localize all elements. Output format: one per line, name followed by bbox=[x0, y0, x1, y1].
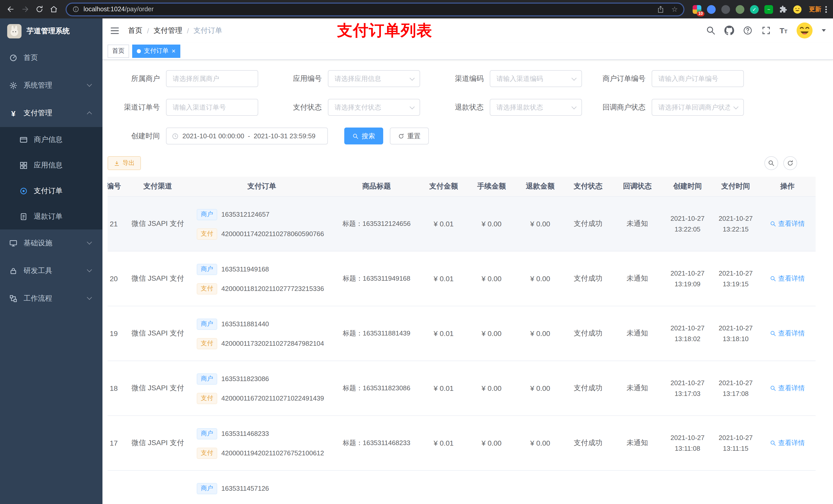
cell-create-time: 2021-10-27 13:11:08 bbox=[663, 415, 712, 470]
tab-close-icon[interactable] bbox=[172, 48, 175, 54]
extension-multicolor-icon[interactable]: 10 bbox=[693, 5, 701, 14]
breadcrumb-item[interactable]: 支付管理 bbox=[154, 26, 182, 35]
extensions-puzzle-icon[interactable] bbox=[779, 5, 787, 14]
column-header: 创建时间 bbox=[663, 177, 712, 196]
view-detail-link[interactable]: 查看详情 bbox=[770, 383, 805, 392]
merchant-tag: 商户 bbox=[197, 264, 217, 275]
pay-status-select[interactable] bbox=[328, 99, 420, 116]
cell-channel: 微信 JSAPI 支付 bbox=[125, 361, 191, 415]
gear-icon bbox=[9, 81, 18, 90]
sidebar-item-merchant-info[interactable]: 商户信息 bbox=[0, 127, 102, 153]
table-row: 18 微信 JSAPI 支付 商户 1635311823086 支付 42000… bbox=[108, 361, 815, 415]
extension-check-icon[interactable]: ✓ bbox=[750, 5, 759, 14]
cell-refund-amount: ¥ 0.00 bbox=[516, 251, 565, 306]
address-bar[interactable]: localhost:1024/pay/order ☆ bbox=[66, 2, 685, 16]
site-info-icon[interactable] bbox=[72, 6, 79, 13]
column-header: 操作 bbox=[759, 177, 815, 196]
browser-back-button[interactable] bbox=[4, 3, 18, 16]
channel-code-select[interactable] bbox=[490, 70, 582, 87]
font-size-icon[interactable]: TT bbox=[780, 27, 787, 34]
create-time-range-picker[interactable]: 2021-10-01 00:00:00 - 2021-10-31 23:59:5… bbox=[166, 127, 328, 144]
cell-notify-status: 未通知 bbox=[612, 251, 663, 306]
sidebar-item-refund-order[interactable]: 退款订单 bbox=[0, 204, 102, 230]
cell-product-title: 标题：1635311949168 bbox=[333, 251, 420, 306]
monitor-icon bbox=[9, 239, 18, 247]
browser-menu-icon[interactable] bbox=[823, 6, 829, 13]
cell-refund-amount: ¥ 0.00 bbox=[516, 196, 565, 251]
search-button[interactable]: 搜索 bbox=[344, 127, 383, 144]
date-separator: - bbox=[248, 132, 250, 140]
cell-create-time bbox=[663, 470, 712, 504]
cell-refund-amount: ¥ 0.00 bbox=[516, 361, 565, 415]
export-button[interactable]: 导出 bbox=[108, 156, 141, 170]
cell-fee-amount: ¥ 0.00 bbox=[467, 306, 516, 361]
refresh-table-button[interactable] bbox=[783, 156, 797, 170]
column-header: 支付状态 bbox=[565, 177, 612, 196]
table-toolbar: 导出 bbox=[108, 156, 828, 170]
extension-dark-icon[interactable] bbox=[721, 5, 730, 14]
help-icon[interactable] bbox=[743, 26, 752, 35]
pay-tag: 支付 bbox=[197, 228, 217, 239]
search-icon bbox=[770, 330, 776, 336]
tab-home[interactable]: 首页 bbox=[108, 44, 129, 57]
app-logo: 芋道管理系统 bbox=[0, 19, 102, 44]
user-avatar[interactable] bbox=[796, 22, 813, 39]
cell-channel: 微信 JSAPI 支付 bbox=[125, 196, 191, 251]
navbar: 首页 / 支付管理 / 支付订单 支付订单列表 TT bbox=[102, 19, 833, 43]
grid-icon bbox=[20, 161, 28, 170]
browser-home-button[interactable] bbox=[47, 3, 61, 16]
chevron-down-icon bbox=[87, 267, 92, 272]
sidebar-item-payment[interactable]: ¥ 支付管理 bbox=[0, 99, 102, 127]
extension-blue-icon[interactable] bbox=[707, 5, 716, 14]
sidebar-item-infrastructure[interactable]: 基础设施 bbox=[0, 230, 102, 257]
refresh-icon bbox=[787, 160, 793, 166]
cell-actions: 查看详情 bbox=[759, 470, 815, 504]
share-icon[interactable] bbox=[657, 5, 665, 13]
browser-profile-avatar[interactable] bbox=[793, 5, 802, 14]
chevron-up-icon bbox=[87, 112, 92, 117]
breadcrumb-item[interactable]: 首页 bbox=[128, 26, 142, 35]
cell-create-time: 2021-10-27 13:22:05 bbox=[663, 196, 712, 251]
github-icon[interactable] bbox=[724, 26, 734, 35]
extension-green-icon[interactable]: ~ bbox=[764, 5, 773, 14]
chevron-down-icon bbox=[87, 82, 92, 87]
tab-pay-order[interactable]: 支付订单 bbox=[132, 44, 180, 57]
chevron-down-icon[interactable] bbox=[822, 29, 826, 32]
search-icon bbox=[770, 440, 776, 446]
merchant-order-no-input[interactable] bbox=[652, 70, 744, 87]
view-detail-link[interactable]: 查看详情 bbox=[770, 219, 805, 228]
cell-fee-amount: ¥ 0.00 bbox=[467, 196, 516, 251]
bookmark-star-icon[interactable]: ☆ bbox=[671, 6, 678, 13]
pay-tag: 支付 bbox=[197, 448, 217, 459]
active-dot-icon bbox=[137, 49, 141, 53]
browser-toolbar: localhost:1024/pay/order ☆ 10 ✓ ~ 更新 bbox=[0, 0, 833, 19]
sidebar-item-dev-tools[interactable]: 研发工具 bbox=[0, 257, 102, 285]
browser-update-button[interactable]: 更新 bbox=[809, 5, 821, 14]
app-id-select[interactable] bbox=[328, 70, 420, 87]
breadcrumb-separator: / bbox=[147, 26, 149, 34]
view-detail-link[interactable]: 查看详情 bbox=[770, 329, 805, 338]
search-icon[interactable] bbox=[706, 26, 715, 35]
sidebar-item-home[interactable]: 首页 bbox=[0, 44, 102, 72]
view-detail-link[interactable]: 查看详情 bbox=[770, 438, 805, 448]
sidebar-item-workflow[interactable]: 工作流程 bbox=[0, 285, 102, 312]
sidebar-item-pay-order[interactable]: 支付订单 bbox=[0, 178, 102, 204]
sidebar-toggle-icon[interactable] bbox=[110, 25, 120, 35]
extension-olive-icon[interactable] bbox=[736, 5, 744, 14]
sidebar-item-app-info[interactable]: 应用信息 bbox=[0, 153, 102, 178]
toggle-search-button[interactable] bbox=[764, 156, 778, 170]
sidebar-item-label: 系统管理 bbox=[24, 81, 52, 90]
browser-forward-button[interactable] bbox=[19, 3, 32, 16]
merchant-select-input[interactable] bbox=[166, 70, 258, 87]
refund-status-select[interactable] bbox=[490, 99, 582, 116]
merchant-order-no: 1635311468233 bbox=[221, 430, 269, 437]
fullscreen-icon[interactable] bbox=[761, 26, 771, 35]
sidebar-item-label: 支付管理 bbox=[24, 109, 52, 118]
view-detail-link[interactable]: 查看详情 bbox=[770, 274, 805, 283]
channel-order-no-input[interactable] bbox=[166, 99, 258, 116]
cell-pay-amount: ¥ 0.01 bbox=[420, 361, 467, 415]
reset-button[interactable]: 重置 bbox=[390, 127, 429, 144]
browser-reload-button[interactable] bbox=[33, 3, 46, 16]
sidebar-item-system[interactable]: 系统管理 bbox=[0, 72, 102, 99]
notify-status-select[interactable] bbox=[652, 99, 744, 116]
